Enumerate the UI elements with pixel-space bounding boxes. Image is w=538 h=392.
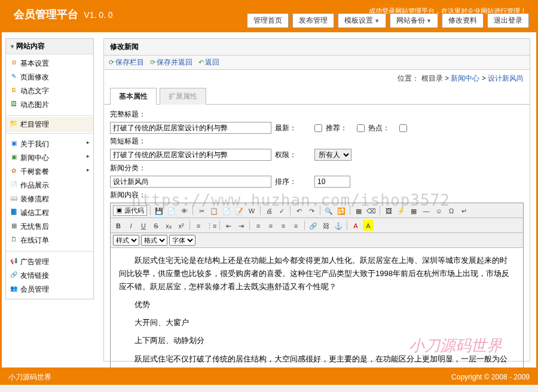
removeformat-icon[interactable]: ⌫ — [366, 205, 377, 216]
recommend-checkbox[interactable] — [357, 124, 365, 132]
nav-publish[interactable]: 发布管理 — [292, 13, 334, 28]
sidebar-item-order[interactable]: 🗒在线订单 — [6, 234, 93, 247]
sidebar-item-news[interactable]: ▣新闻中心▸ — [6, 151, 93, 165]
paste-word-icon[interactable]: W — [246, 205, 257, 216]
hr-icon[interactable]: — — [421, 205, 432, 216]
cut-icon[interactable]: ✂ — [196, 205, 207, 216]
link-icon[interactable]: 🔗 — [308, 220, 319, 231]
align-right-icon[interactable]: ≡ — [278, 220, 289, 231]
italic-icon[interactable]: I — [126, 220, 136, 231]
strike-icon[interactable]: S — [151, 220, 161, 231]
sidebar-item-dyn-text[interactable]: 🗎动态文字 — [6, 84, 93, 98]
undo-icon[interactable]: ↶ — [294, 205, 304, 216]
sidebar-item-basic[interactable]: ⚙基本设置 — [6, 57, 93, 71]
nav-logout[interactable]: 退出登录 — [487, 13, 529, 28]
sidebar-item-ads[interactable]: 📢广告管理 — [6, 255, 93, 269]
breadcrumb-link-design[interactable]: 设计新风尚 — [488, 74, 524, 82]
underline-icon[interactable]: U — [138, 220, 149, 231]
save-back-button[interactable]: 保存并返回 — [150, 57, 192, 68]
copy-icon[interactable]: 📋 — [209, 205, 219, 216]
chevron-down-icon: ▼ — [374, 18, 380, 24]
align-justify-icon[interactable]: ≡ — [291, 220, 301, 231]
preview-icon[interactable]: 👁 — [179, 205, 189, 216]
cat-input[interactable] — [110, 176, 271, 188]
sidebar-item-integrity[interactable]: 📘诚信工程 — [6, 206, 93, 220]
nav-backup[interactable]: 网站备份▼ — [390, 13, 438, 28]
header: 会员管理平台 V1. 0. 0 成功登录网站管理平台，在这里对企业网站进行管理！… — [0, 0, 538, 32]
format-select[interactable]: 格式 — [141, 235, 167, 246]
align-left-icon[interactable]: ≡ — [253, 220, 264, 231]
save-icon[interactable]: 💾 — [154, 205, 164, 216]
style-select[interactable]: 样式 — [113, 235, 139, 246]
app-version: V1. 0. 0 — [84, 10, 112, 20]
flash-icon[interactable]: ⚡ — [396, 205, 406, 216]
sidebar-item-package[interactable]: ✿千树套餐▸ — [6, 165, 93, 179]
sidebar-item-dyn-image[interactable]: 🖼动态图片 — [6, 98, 93, 112]
tab-basic[interactable]: 基本属性 — [110, 88, 157, 105]
align-center-icon[interactable]: ≡ — [265, 220, 276, 231]
editor-content[interactable]: 跃层式住宅无论是在结构上还是在功能上如今都变得更加人性化。跃层居室在上海、深圳等… — [111, 248, 523, 368]
sidebar-item-about[interactable]: ▣关于我们▸ — [6, 137, 93, 151]
latest-label: 最新： — [275, 123, 311, 133]
sub-icon[interactable]: x₂ — [163, 220, 174, 231]
back-button[interactable]: 返回 — [198, 57, 219, 68]
sidebar-item-members[interactable]: 👥会员管理 — [6, 283, 93, 296]
indent-icon[interactable]: ⇥ — [236, 220, 246, 231]
image-icon: 🖼 — [10, 100, 18, 108]
main: 修改新闻 保存栏目 保存并返回 返回 位置： 根目录 > 新闻中心 > 设计新风… — [97, 32, 536, 368]
sidebar-item-aftersale[interactable]: ▦无忧售后 — [6, 220, 93, 234]
full-title-input[interactable] — [110, 122, 271, 134]
hot-checkbox[interactable] — [399, 124, 407, 132]
paste-text-icon[interactable]: 📝 — [234, 205, 244, 216]
tab-extended[interactable]: 扩展属性 — [160, 88, 206, 105]
image-icon[interactable]: 🖼 — [383, 205, 394, 216]
smiley-icon[interactable]: ☺ — [433, 205, 444, 216]
new-icon[interactable]: 📄 — [166, 205, 177, 216]
table-icon[interactable]: ▦ — [408, 205, 419, 216]
replace-icon[interactable]: 🔁 — [336, 205, 347, 216]
sidebar-group-columns[interactable]: 📁栏目管理 — [6, 117, 93, 132]
sidebar-panel: 网站内容 ⚙基本设置 ✎页面修改 🗎动态文字 🖼动态图片 📁栏目管理 ▣关于我们… — [5, 38, 94, 299]
ul-icon[interactable]: ⋮≡ — [206, 220, 216, 231]
print-icon[interactable]: 🖨 — [264, 205, 274, 216]
pagebreak-icon[interactable]: ↵ — [458, 205, 469, 216]
sup-icon[interactable]: x² — [176, 220, 187, 231]
bold-icon[interactable]: B — [113, 220, 124, 231]
find-icon[interactable]: 🔍 — [323, 205, 334, 216]
sort-input[interactable] — [314, 176, 350, 188]
anchor-icon[interactable]: ⚓ — [333, 220, 344, 231]
ol-icon[interactable]: ≡ — [193, 220, 204, 231]
users-icon: 👥 — [10, 284, 18, 293]
body: 网站内容 ⚙基本设置 ✎页面修改 🗎动态文字 🖼动态图片 📁栏目管理 ▣关于我们… — [0, 32, 538, 369]
cat-label: 新闻分类： — [110, 163, 146, 173]
paste-icon[interactable]: 📄 — [221, 205, 232, 216]
font-select[interactable]: 字体 — [169, 235, 195, 246]
short-title-input[interactable] — [110, 149, 271, 161]
short-title-label: 简短标题： — [110, 136, 146, 146]
link-icon: 🔗 — [10, 271, 18, 279]
save-button[interactable]: 保存栏目 — [109, 57, 144, 68]
source-button[interactable]: ▣ 源代码 — [113, 206, 147, 216]
spellcheck-icon[interactable]: ✓ — [276, 205, 287, 216]
sidebar-item-links[interactable]: 🔗友情链接 — [6, 269, 93, 283]
sidebar-item-process[interactable]: 📖装修流程 — [6, 192, 93, 206]
perm-select[interactable]: 所有人 — [314, 149, 351, 161]
top-nav: 管理首页 发布管理 模板设置▼ 网站备份▼ 修改资料 退出登录 — [247, 13, 529, 28]
sidebar-item-page-edit[interactable]: ✎页面修改 — [6, 71, 93, 84]
footer-left: 小刀源码世界 — [8, 372, 51, 382]
sidebar-item-works[interactable]: 📄作品展示 — [6, 179, 93, 192]
nav-profile[interactable]: 修改资料 — [442, 13, 484, 28]
outdent-icon[interactable]: ⇤ — [223, 220, 234, 231]
bgcolor-icon[interactable]: A — [363, 220, 374, 231]
module-icon: ▣ — [10, 153, 18, 161]
unlink-icon[interactable]: ⛓ — [320, 220, 331, 231]
redo-icon[interactable]: ↷ — [306, 205, 317, 216]
nav-home[interactable]: 管理首页 — [247, 13, 289, 28]
textcolor-icon[interactable]: A — [350, 220, 361, 231]
nav-template[interactable]: 模板设置▼ — [338, 13, 386, 28]
specialchar-icon[interactable]: Ω — [446, 205, 457, 216]
sidebar-group-content[interactable]: 网站内容 — [6, 39, 93, 54]
latest-checkbox[interactable] — [314, 124, 322, 132]
breadcrumb-link-news[interactable]: 新闻中心 — [451, 74, 479, 82]
selectall-icon[interactable]: ▦ — [353, 205, 364, 216]
